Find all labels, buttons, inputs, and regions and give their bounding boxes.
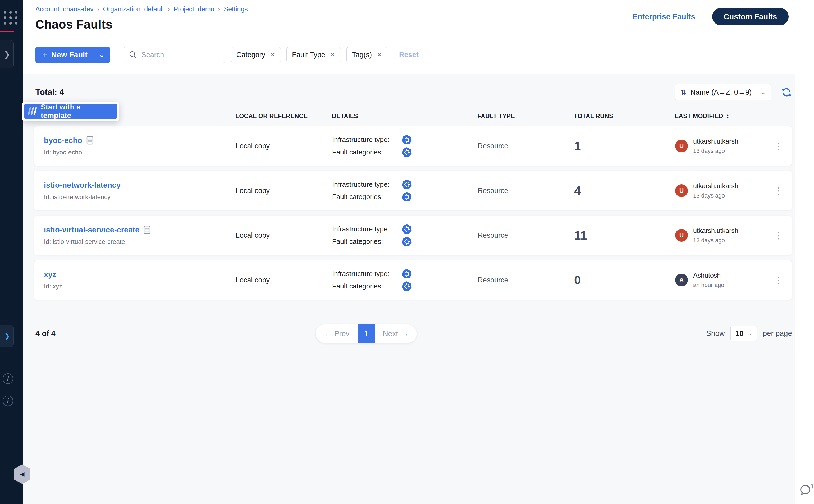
current-page-button[interactable]: 1 — [358, 324, 375, 343]
collapse-icon: ◀ — [20, 471, 25, 478]
total-count: Total: 4 — [35, 88, 64, 97]
column-last-modified[interactable]: LAST MODIFIED ▲▼ — [675, 113, 771, 120]
kubernetes-icon[interactable] — [401, 192, 412, 202]
template-icon — [29, 107, 36, 115]
description-icon[interactable] — [86, 136, 93, 145]
filter-chip-category[interactable]: Category ✕ — [231, 47, 281, 62]
chevron-down-icon: ⌄ — [747, 330, 752, 337]
page-size-select[interactable]: 10 ⌄ — [730, 326, 757, 341]
local-or-reference-value: Local copy — [236, 276, 332, 284]
modified-by: utkarsh.utkarsh — [693, 182, 738, 190]
per-page-label: per page — [763, 329, 792, 338]
table-row: istio-virtual-service-create Id: istio-v… — [34, 216, 792, 255]
info-icon[interactable]: i — [3, 373, 13, 384]
row-menu-icon[interactable]: ⋮ — [771, 231, 786, 240]
breadcrumb-separator: › — [218, 6, 220, 13]
fault-name-link[interactable]: byoc-echo — [44, 136, 82, 145]
kubernetes-icon[interactable] — [401, 135, 412, 145]
close-icon[interactable]: ✕ — [330, 51, 335, 58]
breadcrumb-settings[interactable]: Settings — [224, 5, 248, 13]
table-row: xyz Id: xyz Local copy Infrastructure ty… — [34, 260, 792, 300]
column-total-runs: TOTAL RUNS — [574, 113, 675, 120]
fault-name-link[interactable]: istio-network-latency — [44, 181, 121, 190]
total-runs-value: 0 — [574, 273, 675, 287]
right-gutter — [795, 0, 814, 504]
local-or-reference-value: Local copy — [236, 142, 332, 150]
sort-select[interactable]: ⇅ Name (A→Z, 0→9) ⌄ — [675, 84, 771, 100]
fault-type-value: Resource — [478, 276, 574, 284]
avatar: U — [675, 229, 688, 242]
row-menu-icon[interactable]: ⋮ — [771, 142, 786, 150]
next-page-button[interactable]: Next → — [375, 324, 417, 343]
fault-type-value: Resource — [478, 187, 574, 195]
local-or-reference-value: Local copy — [236, 187, 332, 195]
search-input[interactable] — [141, 51, 220, 59]
new-fault-button[interactable]: + New Fault ⌄ — [35, 47, 110, 63]
sidebar-expand-button-bottom[interactable]: ❯ — [0, 325, 14, 347]
table-row: istio-network-latency Id: istio-network-… — [34, 171, 792, 210]
main-area: Account: chaos-dev › Organization: defau… — [23, 0, 814, 504]
kubernetes-icon[interactable] — [401, 269, 412, 279]
fault-name-link[interactable]: xyz — [44, 270, 56, 279]
custom-faults-button[interactable]: Custom Faults — [712, 8, 789, 25]
search-box — [124, 47, 225, 63]
sort-arrows-icon: ⇅ — [680, 88, 686, 97]
fault-id: Id: istio-virtual-service-create — [44, 238, 236, 245]
toolbar: + New Fault ⌄ Category ✕ Fault Type ✕ Ta… — [23, 35, 814, 74]
kubernetes-icon[interactable] — [401, 147, 412, 158]
pagination: 4 of 4 ← Prev 1 Next → Show 10 ⌄ per pag… — [34, 324, 792, 343]
modified-time: 13 days ago — [693, 148, 738, 154]
breadcrumb-separator: › — [97, 6, 99, 13]
table-header-row: FAULT NAME ▲ LOCAL OR REFERENCE DETAILS … — [34, 113, 792, 120]
chevron-down-icon[interactable]: ⌄ — [99, 51, 107, 59]
description-icon[interactable] — [144, 226, 150, 234]
faults-list-area: Total: 4 ⇅ Name (A→Z, 0→9) ⌄ FAULT NAME — [23, 74, 814, 504]
enterprise-faults-link[interactable]: Enterprise Faults — [633, 12, 695, 21]
reset-filters-link[interactable]: Reset — [399, 51, 419, 59]
filter-chips: Category ✕ Fault Type ✕ Tag(s) ✕ — [231, 47, 387, 62]
sidebar-expand-button[interactable]: ❯ — [0, 40, 14, 68]
kubernetes-icon[interactable] — [401, 236, 412, 247]
row-menu-icon[interactable]: ⋮ — [771, 276, 786, 284]
page-header: Account: chaos-dev › Organization: defau… — [23, 0, 814, 35]
arrow-left-icon: ← — [324, 329, 331, 338]
fault-name-link[interactable]: istio-virtual-service-create — [44, 226, 139, 234]
breadcrumb-project[interactable]: Project: demo — [173, 5, 214, 13]
page-size-control: Show 10 ⌄ per page — [706, 326, 792, 341]
kubernetes-icon[interactable] — [401, 224, 412, 235]
breadcrumb-organization[interactable]: Organization: default — [103, 5, 164, 13]
arrow-right-icon: → — [401, 329, 409, 338]
row-menu-icon[interactable]: ⋮ — [771, 187, 786, 195]
page-summary: 4 of 4 — [35, 329, 56, 338]
close-icon[interactable]: ✕ — [270, 51, 275, 58]
close-icon[interactable]: ✕ — [377, 51, 382, 58]
kubernetes-icon[interactable] — [401, 179, 412, 190]
column-fault-type: FAULT TYPE — [477, 113, 574, 120]
fault-id: Id: xyz — [44, 283, 236, 290]
header-actions: Enterprise Faults Custom Faults — [633, 8, 789, 25]
filter-chip-tags[interactable]: Tag(s) ✕ — [346, 47, 387, 62]
breadcrumb-account[interactable]: Account: chaos-dev — [35, 5, 94, 13]
accent-bar — [0, 31, 14, 32]
modified-time: an hour ago — [693, 282, 724, 288]
local-or-reference-value: Local copy — [236, 231, 332, 240]
start-with-template-item[interactable]: Start with a template — [24, 104, 117, 119]
pager: ← Prev 1 Next → — [316, 324, 417, 343]
new-fault-dropdown: Start with a template — [22, 102, 119, 121]
table-row: byoc-echo Id: byoc-echo Local copy Infra… — [34, 126, 792, 166]
total-runs-value: 4 — [574, 184, 675, 198]
modified-time: 13 days ago — [693, 192, 738, 199]
search-icon — [129, 51, 137, 59]
list-toolbar: Total: 4 ⇅ Name (A→Z, 0→9) ⌄ — [34, 74, 792, 100]
apps-grid-icon[interactable] — [4, 11, 18, 25]
fault-type-value: Resource — [478, 142, 574, 150]
prev-page-button[interactable]: ← Prev — [316, 324, 358, 343]
chat-help-icon[interactable] — [799, 484, 813, 498]
info-icon[interactable]: i — [3, 396, 13, 406]
refresh-icon[interactable] — [781, 87, 792, 98]
filter-chip-fault-type[interactable]: Fault Type ✕ — [286, 47, 341, 62]
avatar: A — [675, 274, 688, 286]
kubernetes-icon[interactable] — [401, 281, 412, 292]
show-label: Show — [706, 329, 725, 338]
sort-both-icon: ▲▼ — [726, 114, 730, 118]
